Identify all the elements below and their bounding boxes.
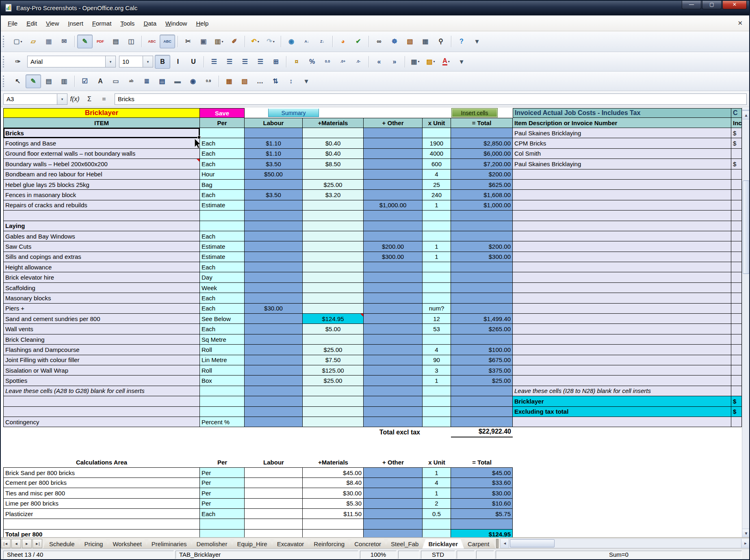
chevron-down-icon[interactable]: ▾: [57, 94, 67, 104]
cell-unit[interactable]: 1: [423, 252, 451, 262]
background-color-button[interactable]: ▨▾: [423, 55, 438, 69]
cell-other[interactable]: [364, 190, 423, 200]
cell-invoice[interactable]: Paul Skaines Bricklaying: [513, 128, 731, 138]
cell-per[interactable]: Each: [200, 159, 245, 169]
cell-materials[interactable]: [303, 169, 364, 180]
cell-unit[interactable]: 2: [423, 499, 451, 509]
cell-item[interactable]: Bondbeam and reo labour for Hebel: [3, 169, 200, 180]
cell-materials[interactable]: $0.40: [303, 138, 364, 148]
cell-unit[interactable]: [423, 262, 451, 272]
cell-inc[interactable]: [731, 334, 742, 345]
cell-other[interactable]: [364, 488, 423, 498]
cell-per[interactable]: Each: [200, 138, 245, 148]
cell-unit[interactable]: [423, 128, 451, 138]
list-box-button[interactable]: ≣: [139, 74, 154, 88]
cell-other[interactable]: [364, 407, 423, 417]
formula-input[interactable]: [115, 93, 747, 105]
cell-per[interactable]: Lin Metre: [200, 355, 245, 365]
zoom-level[interactable]: 100%: [360, 551, 397, 559]
menu-help[interactable]: Help: [191, 18, 213, 29]
cell-total[interactable]: $1,000.00: [451, 200, 513, 211]
cell-invoice[interactable]: [513, 324, 731, 334]
cell-labour[interactable]: [245, 467, 303, 478]
cell-total[interactable]: $33.60: [451, 478, 513, 488]
cell-item[interactable]: Sills and copings and extras: [3, 252, 200, 262]
cell-materials[interactable]: [303, 407, 364, 417]
cell-unit[interactable]: [423, 519, 451, 529]
cell-item[interactable]: Brick elevator hire: [3, 272, 200, 282]
cell-per[interactable]: See Below: [200, 314, 245, 324]
cell-total[interactable]: $300.00: [451, 252, 513, 262]
cell-total[interactable]: $6,000.00: [451, 149, 513, 159]
cell-labour[interactable]: [245, 324, 303, 334]
cell-unit[interactable]: 600: [423, 159, 451, 169]
cell-unit[interactable]: [423, 407, 451, 417]
gallery-button[interactable]: ▧: [402, 35, 418, 48]
cell-total[interactable]: $200.00: [451, 241, 513, 252]
cell-materials[interactable]: [303, 530, 364, 537]
cell-total[interactable]: [451, 283, 513, 293]
cell-total[interactable]: [451, 128, 513, 138]
cell-per[interactable]: Each: [200, 149, 245, 159]
cell-per[interactable]: Each: [200, 190, 245, 200]
close-button[interactable]: ✕: [722, 0, 747, 9]
cell-invoice[interactable]: Bricklayer: [513, 396, 731, 406]
cell-item[interactable]: Flashings and Dampcourse: [3, 345, 200, 355]
cell-per[interactable]: Roll: [200, 345, 245, 355]
tab-splitter[interactable]: [496, 539, 499, 548]
help-button[interactable]: ?: [454, 35, 469, 48]
cell-materials[interactable]: [303, 396, 364, 406]
sum-icon[interactable]: Σ: [82, 93, 97, 105]
cell-item[interactable]: Lime per 800 bricks: [3, 499, 200, 509]
option-button-button[interactable]: ◉: [185, 74, 201, 88]
cell-total[interactable]: $10.60: [451, 499, 513, 509]
cell-other[interactable]: [364, 509, 423, 519]
cell-inc[interactable]: [731, 386, 742, 396]
cell-inc[interactable]: [731, 190, 742, 200]
toolbar-grip[interactable]: [3, 76, 7, 87]
cell-labour[interactable]: [245, 211, 303, 221]
align-right-button[interactable]: ☰: [237, 55, 253, 69]
cell-total[interactable]: $200.00: [451, 169, 513, 180]
cell-invoice[interactable]: [513, 314, 731, 324]
auto-spellcheck-button[interactable]: ABC: [160, 35, 175, 48]
toolbar-options-button[interactable]: ▾: [454, 55, 469, 69]
cell-unit[interactable]: [423, 221, 451, 231]
summary-button[interactable]: Summary: [268, 109, 319, 117]
cell-other[interactable]: [364, 262, 423, 272]
tab-demolisher[interactable]: Demolisher: [191, 539, 234, 549]
control-properties-button[interactable]: ▤: [41, 74, 56, 88]
cell-inc[interactable]: [731, 293, 742, 303]
cell-materials[interactable]: [303, 272, 364, 282]
cell-invoice[interactable]: [513, 272, 731, 282]
cell-labour[interactable]: [245, 334, 303, 345]
redo-button[interactable]: ↷▾: [263, 35, 278, 48]
cell-other[interactable]: [364, 396, 423, 406]
design-mode-button[interactable]: ✎: [26, 74, 41, 88]
invoice-header-cut-cell[interactable]: C: [731, 108, 742, 118]
trade-title-cell[interactable]: Bricklayer: [3, 108, 200, 118]
tab-steel_fab[interactable]: Steel_Fab: [385, 539, 425, 549]
cell-total[interactable]: $675.00: [451, 355, 513, 365]
cell-total[interactable]: $625.00: [451, 180, 513, 190]
cell-other[interactable]: $200.00: [364, 241, 423, 252]
zoom-button[interactable]: ⚲: [433, 35, 449, 48]
cell-unit[interactable]: 1: [423, 488, 451, 498]
cell-item[interactable]: Hebel glue lays 25 blocks 25kg: [3, 180, 200, 190]
cell-inc[interactable]: [731, 252, 742, 262]
cell-per[interactable]: [200, 519, 245, 529]
cell-inc[interactable]: $: [731, 396, 742, 406]
cell-unit[interactable]: 90: [423, 355, 451, 365]
menu-format[interactable]: Format: [88, 18, 116, 29]
cell-per[interactable]: Sq Metre: [200, 334, 245, 345]
tab-excavator[interactable]: Excavator: [271, 539, 310, 549]
cell-labour[interactable]: [245, 231, 303, 241]
cell-labour[interactable]: $30.00: [245, 304, 303, 314]
cell-materials[interactable]: [303, 262, 364, 272]
cell-labour[interactable]: [245, 509, 303, 519]
add-decimal-place-button[interactable]: .0+: [335, 55, 351, 69]
cell-other[interactable]: [364, 293, 423, 303]
cell-per[interactable]: [200, 407, 245, 417]
font-name-combobox[interactable]: Arial ▾: [27, 56, 116, 67]
cell-inc[interactable]: [731, 241, 742, 252]
